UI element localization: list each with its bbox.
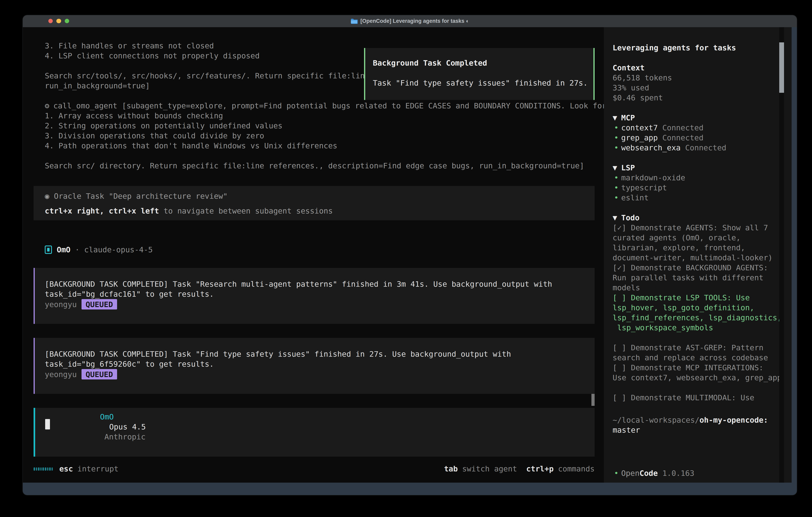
mcp-section-header[interactable]: ▼MCP bbox=[613, 113, 792, 123]
terminal-content: 3. File handles or streams not closed 4.… bbox=[23, 27, 797, 483]
separator: · bbox=[70, 245, 84, 255]
close-button[interactable] bbox=[48, 19, 53, 23]
active-agent-label: OmO bbox=[100, 412, 114, 421]
esc-key-label: interrupt bbox=[77, 464, 118, 474]
active-model-label: Opus 4.5 bbox=[109, 422, 146, 431]
terminal-window: [OpenCode] Leveraging agents for tasks ◐… bbox=[23, 15, 797, 495]
lsp-heading: LSP bbox=[621, 163, 635, 172]
mcp-status: Connected bbox=[680, 143, 726, 152]
context-tokens: 66,518 tokens bbox=[613, 73, 792, 83]
message-text: [BACKGROUND TASK COMPLETED] Task "Resear… bbox=[45, 279, 594, 289]
status-badge: QUEUED bbox=[82, 369, 117, 379]
minimize-button[interactable] bbox=[56, 19, 61, 23]
session-title: Leveraging agents for tasks bbox=[613, 43, 792, 53]
version-number: 1.0.163 bbox=[658, 469, 694, 478]
message-text: [BACKGROUND TASK COMPLETED] Task "Find t… bbox=[45, 349, 594, 359]
ctrlp-key-hint: ctrl+p bbox=[526, 464, 554, 474]
todo-line: models bbox=[613, 283, 792, 293]
message-text: task_id="bg_6f59260c" to get results. bbox=[45, 359, 594, 369]
lsp-item: •typescript bbox=[613, 183, 792, 193]
ctrlp-key-label: commands bbox=[558, 464, 594, 474]
folder-icon bbox=[350, 18, 358, 24]
mcp-item: •websearch_exa Connected bbox=[613, 143, 792, 153]
titlebar: [OpenCode] Leveraging agents for tasks ◐ bbox=[23, 15, 797, 27]
bullet-icon: • bbox=[613, 468, 621, 478]
oracle-task-title: Oracle Task "Deep architecture review" bbox=[49, 192, 228, 200]
tool-call-list-item: 1. Array access without bounds checking bbox=[45, 111, 223, 121]
tab-key-label: switch agent bbox=[462, 464, 517, 474]
sidebar-scrollbar[interactable] bbox=[779, 27, 784, 483]
agent-icon bbox=[45, 245, 52, 254]
fisheye-icon: ◉ bbox=[45, 192, 49, 200]
chat-pane: 3. File handles or streams not closed 4.… bbox=[23, 27, 604, 483]
app-version: •OpenCode 1.0.163 bbox=[613, 468, 792, 478]
model-name: claude-opus-4-5 bbox=[84, 245, 153, 255]
todo-line-active: [ ] Demonstrate LSP TOOLS: Use bbox=[613, 293, 792, 303]
toast-notification[interactable]: Background Task Completed Task "Find typ… bbox=[364, 48, 594, 100]
chevron-down-icon: ▼ bbox=[613, 113, 621, 123]
version-name-bold: Code bbox=[640, 469, 658, 478]
log-line: 4. LSP client connections not properly d… bbox=[45, 51, 260, 61]
message-author: yeongyu bbox=[45, 369, 77, 379]
bullet-icon: • bbox=[613, 173, 621, 183]
todo-line-active: lsp_find_references, lsp_diagnostics, bbox=[613, 313, 792, 323]
mcp-name: grep_app bbox=[621, 133, 658, 142]
todo-line: Use context7, websearch_exa, grep_app bbox=[613, 373, 792, 383]
background-task-message: [BACKGROUND TASK COMPLETED] Task "Resear… bbox=[34, 268, 594, 324]
lsp-name: markdown-oxide bbox=[621, 173, 685, 182]
mcp-name: websearch_exa bbox=[621, 143, 680, 152]
bullet-icon: • bbox=[613, 133, 621, 143]
chat-scrollbar-thumb[interactable] bbox=[591, 394, 594, 406]
todo-line: search and replace across codebase bbox=[613, 353, 792, 363]
provider-label: Anthropic bbox=[105, 432, 146, 441]
todo-line: document-writer, multimodal-looker) bbox=[613, 253, 792, 263]
screen: [OpenCode] Leveraging agents for tasks ◐… bbox=[0, 0, 812, 517]
background-task-message: [BACKGROUND TASK COMPLETED] Task "Find t… bbox=[34, 338, 594, 394]
lsp-item: •markdown-oxide bbox=[613, 173, 792, 183]
lsp-section-header[interactable]: ▼LSP bbox=[613, 163, 792, 173]
todo-line: curated agents (OmO, oracle, bbox=[613, 233, 792, 243]
subagent-session-line: OmO · claude-opus-4-5 bbox=[45, 245, 153, 255]
tool-call-tail: Search src/ directory. Return specific f… bbox=[45, 161, 584, 171]
git-branch: master bbox=[613, 425, 792, 435]
window-bottom-strip bbox=[23, 483, 797, 495]
tool-call-text: call_omo_agent [subagent_type=explore, p… bbox=[53, 101, 606, 110]
esc-key-hint: esc bbox=[59, 464, 73, 474]
chevron-down-icon: ▼ bbox=[613, 163, 621, 173]
todo-section-header[interactable]: ▼Todo bbox=[613, 213, 792, 223]
window-right-padding bbox=[792, 27, 797, 483]
chevron-down-icon: ▼ bbox=[613, 213, 621, 223]
bullet-icon: • bbox=[613, 183, 621, 193]
shortcut-hint: to navigate between subagent sessions bbox=[159, 206, 333, 215]
todo-line: [ ] Demonstrate AST-GREP: Pattern bbox=[613, 343, 792, 353]
prompt-input[interactable]: OmO Opus 4.5 Anthropic bbox=[34, 408, 594, 457]
tab-key-hint: tab bbox=[444, 464, 458, 474]
log-line: run_in_background=true] bbox=[45, 81, 150, 91]
tool-call-list-item: 3. Division operations that could divide… bbox=[45, 131, 264, 141]
window-title-text: [OpenCode] Leveraging agents for tasks ◐ bbox=[360, 18, 469, 24]
message-text: task_id="bg_dcfac161" to get results. bbox=[45, 289, 594, 299]
workspace-prefix: ~/local-workspaces/ bbox=[613, 415, 699, 424]
window-title: [OpenCode] Leveraging agents for tasks ◐ bbox=[350, 18, 469, 24]
toast-title: Background Task Completed bbox=[373, 58, 593, 68]
todo-line-active: lsp_hover, lsp_goto_definition, bbox=[613, 303, 792, 313]
toast-body: Task "Find type safety issues" finished … bbox=[373, 78, 593, 88]
log-line: 3. File handles or streams not closed bbox=[45, 41, 214, 51]
todo-line: librarian, explore, frontend, bbox=[613, 243, 792, 253]
sidebar-scrollbar-thumb[interactable] bbox=[779, 43, 784, 93]
todo-line-active: lsp_workspace_symbols bbox=[613, 323, 792, 333]
mcp-status: Connected bbox=[658, 133, 703, 142]
keyboard-shortcut: ctrl+x right, ctrl+x left bbox=[45, 206, 159, 215]
zoom-button[interactable] bbox=[64, 19, 69, 23]
gear-icon: ⚙ bbox=[45, 101, 49, 110]
mcp-item: •grep_app Connected bbox=[613, 133, 792, 143]
version-name-dim: Open bbox=[621, 469, 640, 478]
mcp-name: context7 bbox=[621, 123, 658, 132]
todo-line: [ ] Demonstrate MCP INTEGRATIONS: bbox=[613, 363, 792, 373]
lsp-item: •eslint bbox=[613, 193, 792, 203]
agent-name: OmO bbox=[57, 245, 70, 255]
todo-line: [ ] Demonstrate MULTIMODAL: Use bbox=[613, 393, 792, 403]
lsp-name: eslint bbox=[621, 193, 648, 202]
workspace-repo: oh-my-opencode: bbox=[699, 415, 768, 424]
status-badge: QUEUED bbox=[82, 299, 117, 309]
